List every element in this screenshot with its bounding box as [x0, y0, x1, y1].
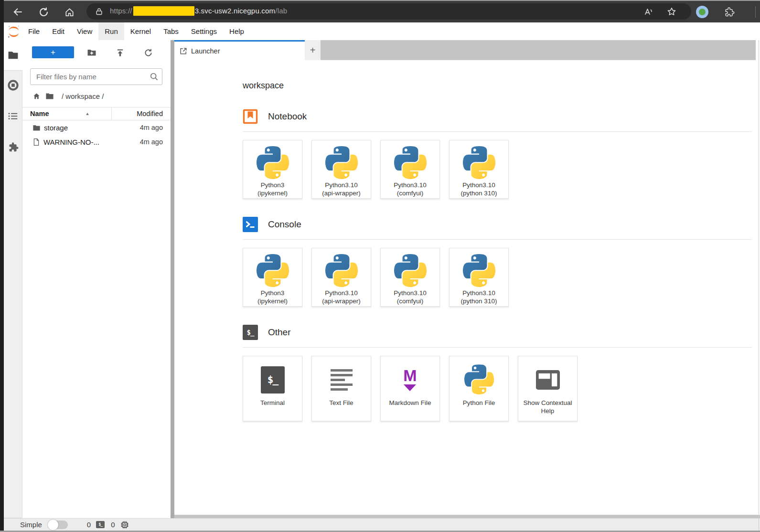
kernel-status-icon [120, 520, 129, 530]
console-icon [243, 217, 258, 232]
breadcrumb-path[interactable]: / workspace / [62, 92, 104, 100]
launcher-card-python-file[interactable]: Python File [449, 356, 509, 421]
python-icon [394, 254, 427, 287]
launcher-card-notebook-python3-ipykernel[interactable]: Python3(ipykernel) [243, 140, 302, 199]
upload-button[interactable] [115, 47, 125, 58]
launcher-card-console-python3-ipykernel[interactable]: Python3(ipykernel) [243, 248, 302, 307]
menu-item-kernel[interactable]: Kernel [124, 22, 157, 40]
launcher-card-text-file[interactable]: Text File [311, 356, 371, 421]
launcher-cwd-title: workspace [243, 81, 752, 91]
home-icon [64, 7, 75, 18]
window-right-edge [759, 40, 759, 531]
favorites-button[interactable] [665, 5, 678, 19]
contextual-help-icon [536, 370, 560, 390]
screen: https://3.svc-usw2.nicegpu.com/lab [0, 0, 760, 532]
launcher-card-show-contextual-help[interactable]: Show Contextual Help [518, 356, 578, 421]
url-text: https://3.svc-usw2.nicegpu.com/lab [110, 6, 287, 17]
terminal-count: 0 [87, 521, 91, 529]
address-bar[interactable]: https://3.svc-usw2.nicegpu.com/lab [86, 3, 691, 20]
file-browser-panel: + / works [22, 40, 171, 518]
launcher-card-notebook-python310-python310[interactable]: Python3.10(python 310) [449, 140, 509, 199]
panel-splitter[interactable] [171, 40, 174, 518]
new-launcher-button[interactable]: + [32, 46, 74, 58]
jupyter-logo [7, 24, 21, 39]
folder-icon [32, 124, 41, 131]
profile-button[interactable] [696, 5, 709, 19]
python-icon [257, 146, 289, 180]
folder-breadcrumb-icon[interactable] [45, 92, 54, 100]
filter-files-input[interactable] [30, 68, 162, 85]
launcher-card-console-python310-api-wrapper[interactable]: Python3.10(api-wrapper) [311, 248, 371, 307]
puzzle-icon [724, 7, 735, 18]
window-left-edge [0, 0, 4, 532]
status-bar: Simple 0 $_ 0 [4, 518, 760, 531]
menu-item-tabs[interactable]: Tabs [157, 22, 185, 40]
avatar [696, 6, 708, 18]
file-row-storage[interactable]: storage 4m ago [22, 120, 171, 135]
refresh-files-button[interactable] [143, 47, 153, 58]
terminal-section-icon: $_ [243, 325, 258, 340]
home-breadcrumb-icon[interactable] [32, 92, 41, 100]
sidebar-tab-running-sessions[interactable] [6, 78, 20, 92]
folder-icon [8, 50, 19, 61]
dock-panel: Launcher + workspace Notebook [174, 40, 760, 518]
home-button[interactable] [63, 6, 75, 18]
section-other: $_ Other $_ Terminal [243, 325, 752, 421]
menu-item-edit[interactable]: Edit [46, 22, 71, 40]
read-aloud-button[interactable] [642, 5, 655, 19]
column-header-modified[interactable]: Modified [137, 110, 163, 117]
column-header-name[interactable]: Name [30, 110, 49, 117]
launcher-card-notebook-python310-api-wrapper[interactable]: Python3.10(api-wrapper) [311, 140, 371, 199]
toolbar-divider [755, 6, 756, 18]
section-divider [243, 131, 752, 132]
url-redaction [133, 6, 194, 16]
star-icon [666, 6, 677, 18]
simple-mode-toggle[interactable] [49, 521, 68, 529]
launcher-tab-icon [180, 47, 187, 55]
launcher-card-notebook-python310-comfyui[interactable]: Python3.10(comfyui) [380, 140, 440, 199]
browser-toolbar: https://3.svc-usw2.nicegpu.com/lab [0, 0, 760, 22]
menu-item-view[interactable]: View [71, 22, 98, 40]
python-icon [463, 146, 495, 180]
menu-item-settings[interactable]: Settings [185, 22, 223, 40]
sidebar-tab-extensions[interactable] [6, 140, 20, 154]
file-list-header: Name ▲ Modified [22, 107, 171, 120]
search-icon [150, 72, 159, 81]
new-folder-icon [87, 48, 96, 57]
terminal-icon: $_ [261, 366, 285, 394]
launcher-card-terminal[interactable]: $_ Terminal [243, 356, 302, 421]
refresh-button[interactable] [37, 6, 50, 18]
section-title: Other [268, 327, 291, 338]
new-folder-button[interactable] [86, 47, 97, 58]
file-list: storage 4m ago WARNING-NO-... 4m ago [22, 120, 171, 149]
extensions-button[interactable] [722, 5, 736, 19]
sidebar-tab-file-browser[interactable] [7, 49, 20, 62]
breadcrumb: / workspace / [32, 90, 104, 102]
new-tab-button[interactable]: + [305, 40, 321, 60]
launcher-card-console-python310-python310[interactable]: Python3.10(python 310) [449, 248, 509, 307]
launcher-card-markdown-file[interactable]: M Markdown File [380, 356, 440, 421]
section-divider [243, 347, 752, 348]
python-icon [325, 146, 358, 180]
launcher-card-console-python310-comfyui[interactable]: Python3.10(comfyui) [380, 248, 440, 307]
activity-bar [4, 40, 22, 518]
sidebar-tab-table-of-contents[interactable] [6, 109, 20, 123]
toggle-knob [48, 520, 58, 530]
tab-launcher[interactable]: Launcher [174, 40, 305, 60]
python-icon [257, 254, 289, 287]
refresh-files-icon [144, 48, 153, 57]
python-icon [464, 364, 494, 395]
file-row-warning[interactable]: WARNING-NO-... 4m ago [22, 135, 171, 149]
menu-item-run[interactable]: Run [98, 22, 124, 40]
lock-icon [95, 7, 103, 16]
back-button[interactable] [11, 6, 24, 18]
file-icon [32, 138, 40, 146]
simple-mode-label: Simple [20, 521, 42, 529]
menu-item-file[interactable]: File [22, 22, 46, 40]
kernel-count: 0 [111, 521, 115, 529]
section-title: Console [268, 219, 301, 230]
sort-ascending-icon: ▲ [86, 111, 90, 116]
menu-item-help[interactable]: Help [223, 22, 250, 40]
back-icon [12, 6, 23, 18]
section-console: Console Python3(ipykernel) Python3.10(ap… [243, 217, 752, 307]
